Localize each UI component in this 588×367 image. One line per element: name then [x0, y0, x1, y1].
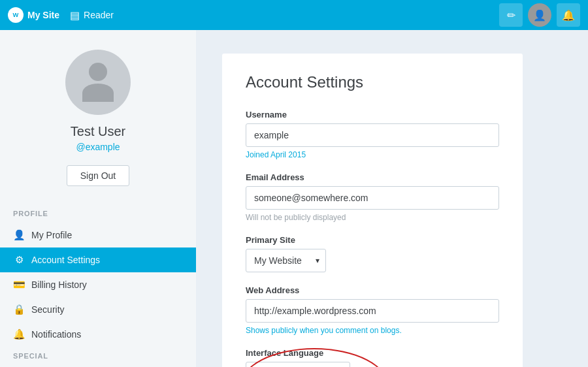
billing-icon: 💳	[13, 279, 25, 291]
username-input[interactable]	[246, 123, 499, 147]
email-group: Email Address Will not be publicly displ…	[246, 172, 499, 222]
page-layout: Test User @example Sign Out PROFILE 👤 My…	[0, 30, 588, 367]
avatar-body	[82, 84, 114, 102]
reader-nav[interactable]: ▤ Reader	[70, 9, 114, 22]
topnav-left: W My Site ▤ Reader	[8, 7, 114, 23]
user-avatar-button[interactable]: 👤	[528, 3, 551, 27]
web-address-group: Web Address Shows publicly when you comm…	[246, 285, 499, 335]
sidebar-item-label-security: Security	[31, 304, 65, 315]
primary-site-select-wrapper: My Website ▾	[246, 249, 326, 272]
notifications-button[interactable]: 🔔	[557, 3, 580, 27]
sidebar-item-account-settings[interactable]: ⚙ Account Settings	[0, 247, 196, 272]
web-address-hint: Shows publicly when you comment on blogs…	[246, 326, 499, 335]
sidebar-item-label-notifications: Notifications	[31, 329, 81, 340]
profile-section-label: PROFILE	[0, 204, 196, 223]
wordpress-logo: W	[8, 7, 24, 23]
email-label: Email Address	[246, 172, 499, 182]
web-address-label: Web Address	[246, 285, 499, 295]
gear-icon: ⚙	[13, 254, 25, 266]
avatar-silhouette	[78, 63, 118, 102]
my-site-brand[interactable]: W My Site	[8, 7, 59, 23]
sidebar-item-notifications[interactable]: 🔔 Notifications	[0, 322, 196, 347]
reader-icon: ▤	[70, 9, 80, 22]
edit-button[interactable]: ✏	[499, 3, 523, 27]
annotated-language-section: Interface Language ja - 日本語 ▾ In-page Tr…	[246, 348, 499, 367]
bell-icon: 🔔	[13, 328, 25, 340]
user-name: Test User	[71, 124, 125, 139]
sidebar-item-security[interactable]: 🔒 Security	[0, 297, 196, 322]
topnav-right: ✏ 👤 🔔	[499, 3, 580, 27]
sidebar-item-label-my-profile: My Profile	[31, 230, 72, 240]
lock-icon: 🔒	[13, 304, 25, 315]
main-content: Account Settings Username Joined April 2…	[196, 30, 588, 367]
interface-language-label: Interface Language	[246, 348, 499, 358]
username-hint: Joined April 2015	[246, 150, 499, 159]
settings-card: Account Settings Username Joined April 2…	[222, 54, 523, 367]
web-address-input[interactable]	[246, 299, 499, 323]
username-group: Username Joined April 2015	[246, 110, 499, 159]
person-icon: 👤	[13, 229, 25, 241]
primary-site-group: Primary Site My Website ▾	[246, 235, 499, 272]
sidebar-item-label-billing-history: Billing History	[31, 279, 87, 290]
primary-site-label: Primary Site	[246, 235, 499, 245]
reader-label: Reader	[84, 10, 114, 20]
user-handle: @example	[76, 142, 120, 152]
email-hint: Will not be publicly displayed	[246, 213, 499, 222]
my-site-label: My Site	[27, 10, 59, 20]
interface-language-group: Interface Language ja - 日本語 ▾	[246, 348, 499, 367]
avatar-head	[89, 63, 107, 81]
email-input[interactable]	[246, 186, 499, 210]
interface-language-select[interactable]: ja - 日本語	[246, 362, 350, 367]
avatar	[65, 50, 131, 115]
sidebar: Test User @example Sign Out PROFILE 👤 My…	[0, 30, 196, 367]
top-navigation: W My Site ▤ Reader ✏ 👤 🔔	[0, 0, 588, 30]
sidebar-item-my-profile[interactable]: 👤 My Profile	[0, 223, 196, 247]
username-label: Username	[246, 110, 499, 120]
interface-language-select-wrapper: ja - 日本語 ▾	[246, 362, 350, 367]
sidebar-item-billing-history[interactable]: 💳 Billing History	[0, 272, 196, 297]
svg-text:W: W	[13, 12, 19, 18]
page-title: Account Settings	[246, 73, 499, 91]
special-section-label: SPECIAL	[0, 347, 196, 365]
sidebar-item-label-account-settings: Account Settings	[31, 255, 100, 265]
primary-site-select[interactable]: My Website	[246, 249, 326, 272]
signout-button[interactable]: Sign Out	[67, 165, 129, 186]
